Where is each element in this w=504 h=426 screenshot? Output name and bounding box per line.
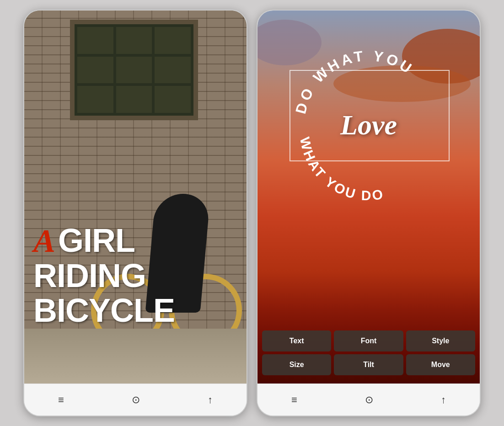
text-line-2: RIDING <box>33 259 237 292</box>
right-screen: DO WHAT YOU WHAT YOU DO Love Text Font S… <box>257 11 480 383</box>
text-word-girl: GIRL <box>58 224 135 257</box>
share-icon-right[interactable]: ↑ <box>441 394 446 406</box>
window-pane <box>155 57 191 84</box>
menu-icon-right[interactable]: ≡ <box>291 394 297 406</box>
text-line-3: BICYCLE <box>33 294 237 327</box>
menu-icon[interactable]: ≡ <box>58 394 64 406</box>
ground <box>24 329 247 383</box>
window-pane <box>77 27 113 54</box>
selection-rectangle[interactable] <box>290 70 450 161</box>
toolbar-buttons-grid: Text Font Style Size Tilt Move <box>262 330 475 375</box>
left-phone: A GIRL RIDING BICYCLE ≡ ⊙ ↑ <box>23 10 247 416</box>
right-phone: DO WHAT YOU WHAT YOU DO Love Text Font S… <box>257 10 481 416</box>
share-icon[interactable]: ↑ <box>208 394 213 406</box>
tilt-button[interactable]: Tilt <box>334 354 403 375</box>
text-line-1: A GIRL <box>33 224 237 257</box>
style-button[interactable]: Style <box>406 330 475 351</box>
font-button[interactable]: Font <box>334 330 403 351</box>
left-screen: A GIRL RIDING BICYCLE <box>24 11 247 383</box>
left-toolbar: ≡ ⊙ ↑ <box>24 383 247 415</box>
move-button[interactable]: Move <box>406 354 475 375</box>
size-button[interactable]: Size <box>262 354 331 375</box>
right-toolbar-grid: Text Font Style Size Tilt Move <box>257 326 480 383</box>
window-pane <box>77 86 113 113</box>
window-pane <box>155 86 191 113</box>
window-pane <box>77 57 113 84</box>
right-toolbar: ≡ ⊙ ↑ <box>257 383 480 415</box>
text-overlay: A GIRL RIDING BICYCLE <box>33 224 237 329</box>
letter-a: A <box>33 224 55 257</box>
text-word-riding: RIDING <box>33 259 146 292</box>
window-pane <box>116 86 152 113</box>
window-pane <box>116 57 152 84</box>
window-pane <box>155 27 191 54</box>
camera-icon[interactable]: ⊙ <box>132 394 140 406</box>
window <box>70 20 198 120</box>
text-button[interactable]: Text <box>262 330 331 351</box>
text-word-bicycle: BICYCLE <box>33 294 175 327</box>
window-pane <box>116 27 152 54</box>
camera-icon-right[interactable]: ⊙ <box>365 394 373 406</box>
